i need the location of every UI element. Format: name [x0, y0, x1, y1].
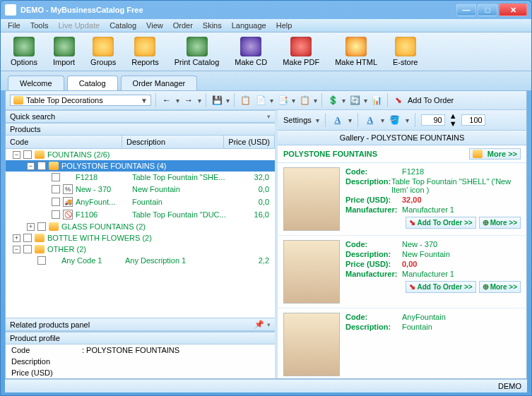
menu-file[interactable]: File	[8, 21, 20, 30]
col-description[interactable]: Description	[122, 136, 224, 148]
gallery-category-name: POLYSTONE FOUNTAINS	[283, 150, 377, 158]
add-to-order-button[interactable]: Add To Order	[408, 96, 454, 104]
tree-category[interactable]: −OTHER (2)	[6, 244, 275, 255]
tab-order-manager[interactable]: Order Manager	[121, 76, 198, 90]
minimize-button[interactable]: —	[456, 4, 476, 16]
tree-item[interactable]: %New - 370New Fountain0,0	[6, 183, 275, 196]
maximize-button[interactable]: □	[478, 4, 497, 16]
tree-category[interactable]: −POLYSTONE FOUNTAINS (4)	[6, 160, 275, 172]
tree-item[interactable]: 🚫F1106Table Top Fountain "DUC...16,0	[6, 208, 275, 221]
related-products-panel[interactable]: Related products panel 📌 ▾	[6, 318, 275, 331]
checkbox[interactable]	[37, 256, 46, 265]
zoom-value-2[interactable]: 100	[461, 114, 485, 126]
titlebar[interactable]: DEMO - MyBusinessCatalog Free — □ ✕	[1, 1, 531, 19]
item-description: Fountain	[132, 198, 233, 206]
font-color-button[interactable]: A	[331, 114, 344, 126]
more-button[interactable]: ⊕ More >>	[479, 281, 521, 293]
menu-help[interactable]: Help	[276, 21, 292, 30]
tool-button-3[interactable]: 📑	[276, 94, 289, 107]
menu-tools[interactable]: Tools	[30, 21, 49, 30]
gallery-category-row: POLYSTONE FOUNTAINS More >>	[278, 145, 526, 163]
product-thumbnail[interactable]	[283, 167, 340, 231]
menu-language[interactable]: Language	[232, 21, 266, 30]
category-more-button[interactable]: More >>	[469, 148, 521, 160]
expand-toggle[interactable]: −	[13, 151, 20, 159]
tree-item[interactable]: Any Code 1Any Description 12,2	[6, 255, 275, 266]
checkbox[interactable]	[52, 198, 60, 206]
menu-catalog[interactable]: Catalog	[110, 21, 136, 30]
add-to-order-button[interactable]: ⬊ Add To Order >>	[406, 281, 475, 293]
item-code: F1106	[76, 210, 132, 219]
menu-view[interactable]: View	[146, 21, 163, 30]
make-html-button[interactable]: Make HTML	[331, 35, 382, 68]
quick-search-panel[interactable]: Quick search ▾	[6, 110, 275, 123]
tree-category[interactable]: +BOTTLE WITH FLOWERS (2)	[6, 232, 275, 244]
expand-toggle[interactable]: +	[13, 234, 20, 242]
nav-forward-button[interactable]: →	[182, 94, 195, 107]
font-style-button[interactable]: A	[364, 114, 377, 126]
checkbox[interactable]	[52, 210, 60, 219]
pin-icon[interactable]: 📌	[254, 320, 264, 329]
checkbox[interactable]	[37, 222, 46, 231]
make-pdf-button[interactable]: Make PDF	[278, 35, 324, 68]
spinner-icon[interactable]: ▲▼	[449, 112, 457, 128]
more-button[interactable]: ⊕ More >>	[479, 217, 521, 229]
save-button[interactable]: 💾	[211, 94, 223, 107]
tool-button-1[interactable]: 📋	[239, 94, 252, 107]
tool-button-7[interactable]: 📊	[370, 94, 383, 107]
close-button[interactable]: ✕	[499, 4, 527, 16]
product-thumbnail[interactable]	[283, 240, 340, 304]
products-label: Products	[10, 125, 40, 133]
checkbox[interactable]	[37, 162, 46, 170]
checkbox[interactable]	[23, 150, 32, 159]
product-thumbnail[interactable]	[283, 313, 340, 376]
quick-search-label: Quick search	[10, 112, 55, 121]
tool-button-2[interactable]: 📄	[254, 94, 267, 107]
category-combo[interactable]: Table Top Decorations ▼	[10, 95, 151, 106]
nav-back-button[interactable]: ←	[160, 94, 173, 107]
tab-welcome[interactable]: Welcome	[8, 76, 64, 90]
expand-icon-2[interactable]: ▾	[267, 321, 271, 328]
reports-button[interactable]: Reports	[127, 35, 163, 68]
gallery-item[interactable]: Code:F1218Description:Table Top Fountain…	[278, 163, 526, 236]
col-price[interactable]: Price (USD)	[224, 136, 275, 148]
checkbox[interactable]	[52, 185, 60, 193]
expand-toggle[interactable]: −	[13, 246, 20, 253]
menu-skins[interactable]: Skins	[203, 21, 222, 30]
product-tree[interactable]: −FOUNTAINS (2/6)−POLYSTONE FOUNTAINS (4)…	[6, 149, 275, 318]
tool-button-6[interactable]: 🔄	[348, 94, 361, 107]
print-catalog-button[interactable]: Print Catalog	[170, 35, 224, 68]
options-button[interactable]: Options	[6, 35, 42, 68]
expand-icon[interactable]: ▾	[267, 113, 271, 120]
menu-live-update[interactable]: Live Update	[58, 21, 100, 30]
tree-item[interactable]: F1218Table Top Fountain "SHE...32,0	[6, 172, 275, 183]
checkbox[interactable]	[23, 245, 32, 253]
expand-toggle[interactable]: +	[27, 223, 35, 231]
estore-button[interactable]: E-store	[389, 35, 422, 68]
gallery-item[interactable]: Code:New - 370Description:New FountainPr…	[278, 236, 526, 308]
groups-button[interactable]: Groups	[86, 35, 120, 68]
expand-toggle[interactable]: −	[27, 162, 35, 170]
checkbox[interactable]	[23, 234, 32, 242]
gallery-item[interactable]: Code:AnyFountainDescription:Fountain	[278, 308, 526, 378]
tool-button-5[interactable]: 💲	[326, 94, 339, 107]
menu-order[interactable]: Order	[173, 21, 193, 30]
tree-category[interactable]: +GLASS FOUNTAINS (2)	[6, 221, 275, 232]
item-badge-icon: 🚚	[63, 197, 73, 207]
profile-price-label: Price (USD)	[11, 368, 82, 377]
tree-item[interactable]: 🚚AnyFount...Fountain0,0	[6, 196, 275, 208]
make-cd-button[interactable]: Make CD	[230, 35, 271, 68]
settings-button[interactable]: Settings	[283, 116, 312, 124]
folder-icon	[35, 245, 45, 253]
fill-color-button[interactable]: 🪣	[389, 114, 401, 126]
import-button[interactable]: Import	[49, 35, 79, 68]
checkbox[interactable]	[52, 173, 60, 181]
gallery-list[interactable]: Code:F1218Description:Table Top Fountain…	[278, 163, 526, 378]
groups-icon	[93, 37, 114, 56]
col-code[interactable]: Code	[6, 136, 122, 148]
tool-button-4[interactable]: 📋	[298, 94, 311, 107]
zoom-value-1[interactable]: 90	[421, 114, 445, 126]
tab-catalog[interactable]: Catalog	[67, 76, 118, 90]
add-to-order-button[interactable]: ⬊ Add To Order >>	[406, 217, 475, 229]
tree-category[interactable]: −FOUNTAINS (2/6)	[6, 149, 275, 160]
